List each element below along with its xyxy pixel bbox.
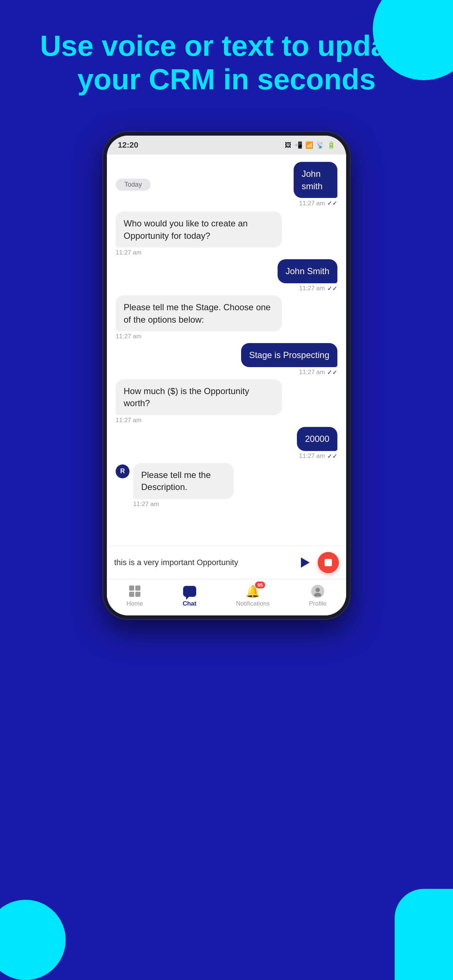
bubble-msg3: John Smith — [278, 259, 337, 283]
nav-item-profile[interactable]: Profile — [309, 584, 327, 608]
nav-label-notifications: Notifications — [236, 600, 270, 608]
msg-meta-2: 11:27 am — [116, 249, 142, 256]
message-input[interactable]: this is a very important Opportunity — [114, 557, 293, 568]
chat-area: Today John smith 11:27 am ✓✓ Who would y… — [107, 154, 346, 546]
msg-meta-8: 11:27 am — [133, 501, 267, 508]
bubble-msg1: John smith — [293, 162, 337, 198]
bg-accent-bottom-left — [0, 900, 65, 980]
msg-row-2: Who would you like to create an Opportun… — [116, 212, 337, 256]
wifi-icon: 📶 — [305, 141, 313, 149]
profile-icon — [310, 584, 325, 599]
msg-row-3: John Smith 11:27 am ✓✓ — [116, 259, 337, 293]
header: Use voice or text to update your CRM in … — [22, 29, 431, 96]
home-grid — [129, 585, 140, 597]
phone-wrapper: 12:20 🖼 📲 📶 📡 🔋 Today — [102, 131, 351, 933]
bubble-msg6: How much ($) is the Opportunity worth? — [116, 379, 282, 415]
notification-badge: 95 — [255, 582, 265, 589]
bottom-nav: Home Chat 🔔 95 — [107, 579, 346, 616]
send-button[interactable] — [297, 555, 313, 571]
msg-meta-3: 11:27 am ✓✓ — [299, 285, 337, 293]
profile-svg — [313, 586, 323, 597]
nav-label-profile: Profile — [309, 600, 327, 608]
svg-point-1 — [314, 593, 321, 597]
msg-row-8: R Please tell me the Description. 11:27 … — [116, 463, 337, 508]
msg-row-6: How much ($) is the Opportunity worth? 1… — [116, 379, 337, 424]
status-icons: 🖼 📲 📶 📡 🔋 — [285, 141, 335, 149]
check-icon-7: ✓✓ — [327, 452, 337, 460]
notifications-icon: 🔔 95 — [246, 584, 260, 599]
bg-accent-bottom-right — [395, 889, 453, 980]
msg-row-4: Please tell me the Stage. Choose one of … — [116, 295, 337, 340]
date-label: Today — [116, 179, 151, 191]
bubble-msg7: 20000 — [297, 427, 337, 451]
check-icon-1: ✓✓ — [327, 199, 337, 207]
signal-icon: 📡 — [316, 141, 324, 149]
msg-meta-7: 11:27 am ✓✓ — [299, 452, 337, 460]
bubble-msg4: Please tell me the Stage. Choose one of … — [116, 295, 282, 331]
chat-icon — [182, 584, 197, 599]
nav-label-chat: Chat — [183, 600, 196, 608]
check-icon-3: ✓✓ — [327, 285, 337, 293]
cast-icon: 📲 — [294, 141, 302, 149]
msg-meta-4: 11:27 am — [116, 333, 142, 340]
home-icon — [127, 584, 142, 599]
nav-label-home: Home — [126, 600, 143, 608]
battery-icon: 🔋 — [327, 141, 335, 149]
nav-item-notifications[interactable]: 🔔 95 Notifications — [236, 584, 270, 608]
msg-meta-5: 11:27 am ✓✓ — [299, 369, 337, 376]
record-icon — [325, 559, 332, 566]
nav-item-home[interactable]: Home — [126, 584, 143, 608]
bubble-msg8: Please tell me the Description. — [133, 463, 234, 499]
msg-row-5: Stage is Prospecting 11:27 am ✓✓ — [116, 343, 337, 376]
bubble-msg5: Stage is Prospecting — [241, 343, 337, 367]
bubble-msg2: Who would you like to create an Opportun… — [116, 212, 282, 248]
send-icon — [301, 557, 309, 568]
bot-row: R Please tell me the Description. 11:27 … — [116, 463, 267, 508]
profile-circle — [311, 585, 324, 598]
msg-meta-6: 11:27 am — [116, 417, 142, 424]
check-icon-5: ✓✓ — [327, 369, 337, 376]
svg-point-0 — [316, 588, 320, 592]
photo-icon: 🖼 — [285, 142, 292, 149]
msg-meta-1: 11:27 am ✓✓ — [299, 199, 337, 207]
header-title: Use voice or text to update your CRM in … — [22, 29, 431, 96]
input-area: this is a very important Opportunity — [107, 546, 346, 579]
status-bar: 12:20 🖼 📲 📶 📡 🔋 — [107, 135, 346, 154]
bot-avatar: R — [116, 465, 129, 478]
bell-wrapper: 🔔 95 — [246, 584, 260, 598]
record-button[interactable] — [318, 552, 339, 573]
chat-bubble-shape — [183, 586, 196, 597]
status-time: 12:20 — [118, 140, 138, 150]
phone-device: 12:20 🖼 📲 📶 📡 🔋 Today — [102, 131, 351, 620]
phone-screen: 12:20 🖼 📲 📶 📡 🔋 Today — [107, 135, 346, 616]
msg-row-7: 20000 11:27 am ✓✓ — [116, 427, 337, 460]
nav-item-chat[interactable]: Chat — [182, 584, 197, 608]
